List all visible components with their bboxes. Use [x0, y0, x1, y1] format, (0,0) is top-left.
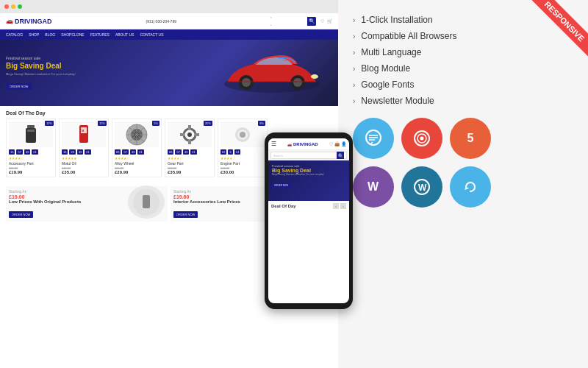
search-button[interactable]: 🔍 [307, 17, 316, 26]
svg-point-39 [420, 137, 424, 141]
product-badge-3: 5% [152, 121, 159, 126]
product-card-5: 8% 02 6 13 ★★★★☆ Engine Part £40.00 £30.… [218, 118, 268, 177]
target-icon-circle [401, 118, 442, 159]
product-name-3: Alloy Wheel [115, 161, 159, 166]
cart-icon[interactable]: 🛒 [327, 18, 332, 24]
refresh-icon-circle [450, 166, 491, 208]
phone-search-area: Search 🔍 [268, 150, 349, 160]
product-stars-5: ★★★★☆ [220, 156, 265, 160]
timer-ms-2: 21 [85, 149, 90, 155]
product-timer-1: 15 57 49 21 [9, 149, 53, 155]
phone-bag-icon[interactable]: 👜 [334, 141, 340, 146]
header-right: 🔍 ♡ 🛒 [270, 17, 332, 26]
product-card-2: 15% M 16 29 49 21 ★★★★★ Motul Oil £45.00… [59, 118, 109, 177]
nav-contact[interactable]: CONTACT US [140, 32, 163, 37]
svg-point-20 [187, 132, 192, 137]
timer-min-3: 07 [122, 149, 128, 155]
nav-blog[interactable]: BLOG [45, 32, 55, 37]
html5-icon-circle: 5 [450, 118, 491, 159]
site-logo: 🚗 DRIVINGAD [6, 18, 52, 25]
product-timer-4: 08 07 49 21 [168, 149, 212, 155]
svg-rect-24 [195, 133, 199, 136]
product-timer-2: 16 29 49 21 [62, 149, 106, 155]
browser-close-dot [4, 4, 9, 9]
svg-point-4 [293, 78, 302, 87]
hero-cta-button[interactable]: ORDER NOW [6, 83, 32, 90]
nav-catalog[interactable]: CATALOG [6, 32, 23, 37]
logo-car-icon: 🚗 [6, 18, 13, 24]
nav-shopclone[interactable]: SHOPCLONE [61, 32, 84, 37]
phone-deal-header: Deal Of Day ‹ › [271, 203, 346, 209]
deal-section-title: Deal Of The Day [6, 110, 332, 116]
phone-search-button[interactable]: 🔍 [337, 152, 344, 159]
phone-wishlist-icon[interactable]: ♡ [329, 141, 333, 146]
timer-hours-4: 08 [168, 149, 173, 155]
phone-hero: Frestival season sale Big Saving Deal Me… [268, 160, 349, 201]
phone-deal-title: Deal Of Day [271, 204, 296, 208]
hero-section: Frestival season sale Big Saving Deal Me… [0, 40, 338, 106]
arrow-icon-4: › [353, 65, 355, 73]
html5-label: 5 [467, 132, 474, 145]
product-price-3: £29.99 [115, 170, 159, 174]
logo-label: DRIVINGAD [15, 18, 52, 25]
product-timer-3: 08 07 49 21 [115, 149, 159, 155]
responsive-banner: RESPONSIVE [507, 0, 588, 81]
arrow-icon-1: › [353, 16, 355, 24]
bottom-col-1-button[interactable]: ORDER NOW [9, 211, 33, 218]
timer-min-1: 57 [16, 149, 22, 155]
product-price-5: £30.00 [220, 170, 265, 174]
hero-description: Mega Saving! Maintain evaluation For you… [6, 72, 76, 76]
feature-label-1: 1-Click Installation [361, 15, 432, 25]
svg-point-27 [240, 132, 245, 138]
arrow-icon-3: › [353, 49, 355, 57]
svg-rect-22 [188, 140, 191, 144]
arrow-icon-6: › [353, 97, 355, 105]
svg-rect-29 [143, 195, 150, 208]
svg-point-2 [242, 78, 251, 87]
feature-item-5: › Google Fonts [353, 79, 573, 90]
product-name-1: Accessory Part [9, 161, 53, 166]
bottom-col-2-button[interactable]: ORDER NOW [173, 211, 198, 218]
nav-about[interactable]: ABOUT US [115, 32, 134, 37]
product-card-1: 10% 15 57 49 21 ★★★★☆ Accessory Part £25… [6, 118, 56, 177]
timer-hours-2: 16 [62, 149, 68, 155]
browser-maximize-dot [18, 4, 22, 9]
phone-screen: ☰ 🚗 DRIVINGAD ♡ 👜 👤 Search 🔍 Frestival s… [268, 138, 349, 303]
product-badge-4: 20% [204, 121, 212, 126]
search-input[interactable] [270, 17, 307, 26]
feature-label-4: Blog Module [361, 63, 410, 74]
timer-min-4: 07 [175, 149, 181, 155]
wishlist-icon[interactable]: ♡ [320, 18, 324, 24]
site-header: 🚗 DRIVINGAD (911) 000-204-799 🔍 ♡ 🛒 [0, 13, 338, 29]
feature-label-6: Newsletter Module [361, 96, 434, 106]
timer-min-2: 29 [69, 149, 75, 155]
arrow-icon-2: › [353, 32, 355, 40]
header-search[interactable]: 🔍 [270, 17, 316, 26]
timer-min-5: 6 [228, 149, 232, 155]
phone-logo-text: DRIVINGAD [293, 142, 318, 146]
phone-user-icon[interactable]: 👤 [341, 141, 346, 146]
phone-header-icons: ♡ 👜 👤 [329, 141, 346, 146]
feature-label-2: Compatible All Browsers [361, 31, 456, 41]
responsive-label: RESPONSIVE [528, 0, 588, 58]
phone-next-arrow[interactable]: › [340, 203, 346, 209]
phone-hero-title: Big Saving Deal [272, 168, 345, 173]
timer-ms-1: 21 [32, 149, 37, 155]
product-stars-3: ★★★★☆ [115, 156, 159, 160]
phone-menu-icon[interactable]: ☰ [271, 141, 276, 147]
svg-point-5 [311, 74, 318, 79]
timer-sec-5: 13 [234, 149, 240, 155]
hero-subtitle: Frestival season sale [6, 56, 76, 60]
nav-features[interactable]: FEATURES [90, 32, 110, 37]
browser-minimize-dot [11, 4, 15, 9]
feature-label-5: Google Fonts [361, 79, 414, 90]
timer-ms-4: 21 [190, 149, 196, 155]
svg-rect-8 [27, 130, 35, 132]
header-phone: (911) 000-204-799 [146, 19, 176, 24]
phone-prev-arrow[interactable]: ‹ [333, 203, 339, 209]
product-name-2: Motul Oil [62, 161, 106, 166]
phone-hero-button[interactable]: ORDER NOW [272, 183, 290, 188]
nav-shop[interactable]: SHOP [29, 32, 39, 37]
tech-icons-grid: 5 W W [353, 118, 573, 208]
arrow-icon-5: › [353, 81, 355, 89]
